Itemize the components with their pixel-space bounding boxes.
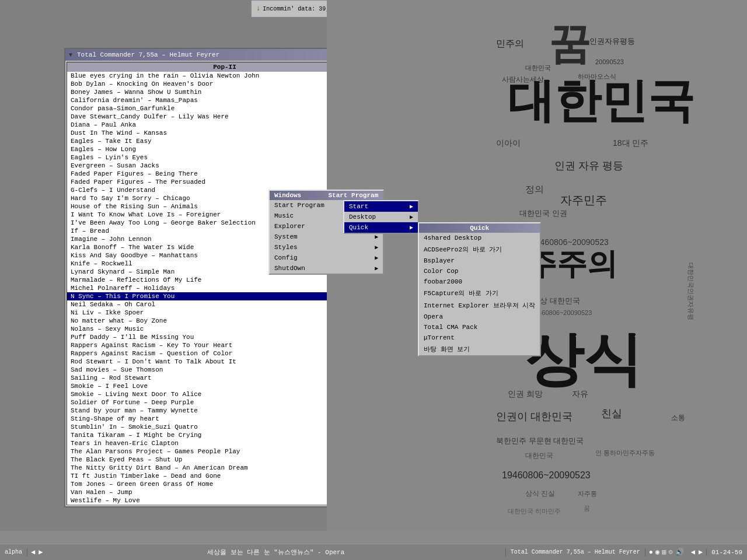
tray-icon-3[interactable]: ▦ — [662, 548, 666, 556]
tray-icon-1[interactable]: ● — [649, 548, 653, 556]
svg-text:이아이: 이아이 — [496, 138, 521, 148]
tc-menu-arrow-icon[interactable]: ▼ — [69, 52, 72, 58]
taskbar-nav-arrows: ◀ ▶ — [27, 548, 46, 556]
incoming-label: Incommin' data: — [263, 6, 315, 12]
submenu-item-quick[interactable]: Quick▶ — [344, 222, 418, 233]
start-submenu-panel: Start▶ Desktop▶ Quick▶ — [343, 200, 419, 234]
svg-text:대한민국: 대한민국 — [508, 75, 694, 127]
quick-item-bsplayer[interactable]: Bsplayer — [419, 256, 540, 266]
svg-text:자유: 자유 — [572, 389, 588, 398]
quick-item-totalcma[interactable]: Total CMA Pack — [419, 322, 540, 332]
quick-item-foobar[interactable]: foobar2000 — [419, 276, 540, 287]
quick-item-acdsee[interactable]: ACDSeePro2의 바로 가기 — [419, 243, 540, 256]
submenu-item-start[interactable]: Start▶ — [344, 201, 418, 212]
tray-icon-4[interactable]: ⚙ — [668, 548, 672, 556]
context-menu: Windows Start Program Start Program▶ Mus… — [268, 190, 384, 275]
taskbar-right-nav: ◀ ▶ — [687, 548, 706, 556]
svg-text:대한민국 히마민주: 대한민국 히마민주 — [508, 508, 561, 514]
start-submenu: Start▶ Desktop▶ Quick▶ Quick 4shared Des… — [343, 200, 419, 234]
svg-text:대한민국: 대한민국 — [525, 452, 553, 460]
taskbar-center-text: 세상을 보는 다른 눈 "뉴스앤뉴스" - Opera — [46, 548, 505, 556]
arrow-icon: ▶ — [410, 203, 413, 210]
svg-text:소통: 소통 — [671, 414, 685, 422]
windows-menu-header: Windows Start Program — [270, 191, 383, 200]
svg-text:19460806~20090523: 19460806~20090523 — [531, 237, 609, 247]
submenu-item-desktop[interactable]: Desktop▶ — [344, 212, 418, 222]
tc-titlebar-left: ▼ Total Commander 7,55a – Helmut Feyrer — [69, 51, 219, 58]
menu-item-config[interactable]: Config▶ — [270, 253, 383, 263]
quick-submenu-header: Quick — [419, 223, 540, 233]
taskbar-tc-label: Total Commander 7,55a – Helmut Feyrer — [505, 548, 645, 556]
svg-text:북한민주 무문현 대한민국: 북한민주 무문현 대한민국 — [496, 436, 584, 445]
svg-text:민주의: 민주의 — [496, 38, 524, 48]
quick-submenu-panel: Quick 4shared Desktop ACDSeePro2의 바로 가기 … — [418, 222, 541, 356]
tc-title: Total Commander 7,55a – Helmut Feyrer — [77, 51, 219, 58]
taskbar-start-label: alpha — [0, 548, 27, 556]
svg-text:인권 자유 평등: 인권 자유 평등 — [554, 160, 623, 172]
arrow-icon: ▶ — [410, 214, 413, 220]
desktop: ↓ Incommin' data: 39,4 MB ↓ Outgoin' dat… — [0, 0, 747, 531]
quick-item-desktop-view[interactable]: 바탕 화면 보기 — [419, 343, 540, 355]
arrow-icon: ▶ — [410, 224, 413, 231]
menu-item-styles[interactable]: Styles▶ — [270, 242, 383, 253]
arrow-icon: ▶ — [375, 265, 378, 272]
arrow-icon: ▶ — [375, 244, 378, 251]
taskbar: alpha ◀ ▶ 세상을 보는 다른 눈 "뉴스앤뉴스" - Opera To… — [0, 544, 747, 560]
svg-text:19460806~20090523: 19460806~20090523 — [502, 470, 591, 480]
quick-item-utorrent[interactable]: μTorrent — [419, 332, 540, 343]
svg-text:자주민주: 자주민주 — [560, 194, 607, 206]
tray-icon-2[interactable]: ◉ — [655, 548, 659, 556]
taskbar-right-prev[interactable]: ◀ — [690, 548, 696, 556]
taskbar-right-next[interactable]: ▶ — [697, 548, 704, 556]
menu-item-shutdown[interactable]: ShutdOwn▶ — [270, 263, 383, 274]
svg-text:꿈: 꿈 — [584, 505, 590, 512]
arrow-icon: ▶ — [375, 233, 378, 240]
svg-text:대한민국 인권: 대한민국 인권 — [519, 209, 567, 218]
svg-text:자주통: 자주통 — [578, 490, 597, 497]
svg-text:정의: 정의 — [525, 184, 544, 194]
svg-text:상식: 상식 — [525, 327, 642, 392]
svg-text:인권 희망: 인권 희망 — [508, 389, 543, 398]
svg-text:친실: 친실 — [601, 408, 622, 419]
svg-text:인권자유평등: 인권자유평등 — [589, 37, 635, 46]
incoming-arrow-icon: ↓ — [256, 5, 260, 13]
arrow-icon: ▶ — [375, 254, 378, 261]
taskbar-nav-next[interactable]: ▶ — [37, 548, 44, 556]
tray-icon-5[interactable]: 🔊 — [675, 548, 684, 556]
taskbar-time: 01-24-59 — [706, 549, 747, 556]
svg-text:대한민국인권자유평: 대한민국인권자유평 — [687, 262, 694, 320]
taskbar-nav-prev[interactable]: ◀ — [30, 548, 36, 556]
svg-text:꿈: 꿈 — [549, 20, 591, 67]
quick-submenu: Quick 4shared Desktop ACDSeePro2의 바로 가기 … — [418, 222, 541, 356]
quick-item-opera[interactable]: Opera — [419, 312, 540, 322]
svg-text:상식 진실: 상식 진실 — [525, 489, 555, 498]
quick-item-ie[interactable]: Internet Explorer 브라우저 시작 — [419, 299, 540, 312]
svg-text:18대 민주: 18대 민주 — [613, 138, 648, 148]
svg-text:20090523: 20090523 — [595, 58, 624, 65]
quick-item-4shared[interactable]: 4shared Desktop — [419, 233, 540, 243]
svg-text:대한민국: 대한민국 — [525, 64, 551, 71]
quick-item-colorcop[interactable]: Color Cop — [419, 266, 540, 276]
quick-item-f5capture[interactable]: F5Capture의 바로 가기 — [419, 287, 540, 299]
taskbar-tray-icons: ● ◉ ▦ ⚙ 🔊 — [645, 548, 687, 556]
svg-text:인권이 대한민국: 인권이 대한민국 — [496, 411, 573, 422]
svg-text:인 통하마민주자주동: 인 통하마민주자주동 — [595, 449, 655, 456]
